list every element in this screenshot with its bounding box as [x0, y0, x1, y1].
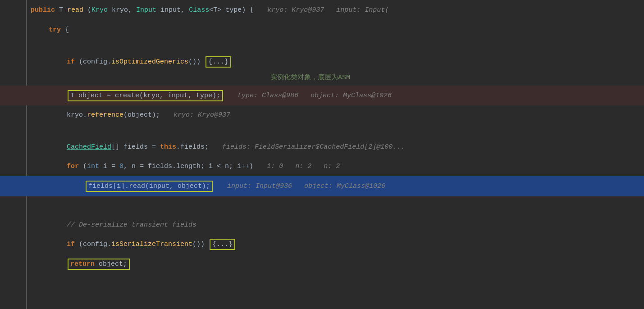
code-text: ( [83, 6, 91, 14]
code-text: (config. [75, 58, 111, 66]
number-0: 0 [119, 163, 123, 170]
debug-hint-9: fields: FieldSerializer$CachedField[2]@1… [222, 143, 405, 151]
code-line-annotation: 实例化类对象，底层为ASM [0, 71, 644, 86]
code-line-6: T object = create(kryo, input, type); ty… [0, 86, 644, 105]
method-isoptimized: isOptimizedGenerics [111, 58, 188, 66]
box-isserialize: {...} [210, 239, 235, 250]
code-line-9: CachedField [] fields = this .fields; fi… [0, 137, 644, 157]
code-text: , n = fields.length; i < n; i++) [123, 163, 253, 170]
keyword-for: for [67, 163, 79, 170]
code-line-1: public T read ( Kryo kryo, Input input, … [0, 0, 644, 20]
debug-hint-11: input: Input@936 object: MyClass@1026 [227, 182, 385, 190]
code-text: ( [79, 163, 87, 170]
code-text: ()) [188, 58, 205, 66]
code-text: { [61, 26, 69, 34]
box-create: T object = create(kryo, input, type); [68, 90, 223, 101]
code-text: .fields; [176, 143, 209, 151]
keyword-public: public [31, 6, 55, 14]
code-text: <T> type) { [209, 6, 254, 14]
code-line-spacer1 [0, 40, 644, 52]
code-text: (config. [75, 241, 111, 248]
box-return: return object; [68, 259, 130, 270]
keyword-try: try [49, 26, 61, 34]
method-read: read [67, 6, 83, 14]
code-text: [] fields = [111, 143, 160, 151]
code-line-11: fields[i].read(input, object); input: In… [0, 176, 644, 196]
keyword-this: this [160, 143, 176, 151]
keyword-if2: if [67, 241, 75, 248]
code-editor: public T read ( Kryo kryo, Input input, … [0, 0, 644, 309]
code-text: kryo, [108, 6, 136, 14]
code-line-15: if (config. isSerializeTransient ()) {..… [0, 234, 644, 254]
code-text: i = [99, 163, 119, 170]
type-input: Input [136, 6, 156, 14]
comment-deserialize: // De-serialize transient fields [67, 221, 196, 229]
keyword-if: if [67, 58, 75, 66]
code-line-spacer3 [0, 196, 644, 209]
code-line-7: kryo. reference (object); kryo: Kryo@937 [0, 105, 644, 124]
code-text: kryo. [67, 111, 87, 119]
keyword-int: int [87, 163, 99, 170]
method-isserialize: isSerializeTransient [111, 241, 192, 248]
code-text: T [55, 6, 67, 14]
debug-hint-1: kryo: Kryo@937 input: Input( [267, 6, 389, 14]
box-isoptimized: {...} [206, 56, 231, 68]
annotation-chinese: 实例化类对象，底层为ASM [270, 73, 350, 82]
debug-hint-6: type: Class@986 object: MyClass@1026 [238, 92, 392, 100]
method-reference: reference [87, 111, 123, 119]
type-kryo: Kryo [91, 6, 108, 14]
code-line-2: try { [0, 20, 644, 40]
code-text: (object); [123, 111, 160, 119]
code-line-10: for ( int i = 0 , n = fields.length; i <… [0, 157, 644, 176]
box-fields-read: fields[i].read(input, object); [86, 181, 213, 192]
code-line-14: // De-serialize transient fields [0, 215, 644, 234]
type-class: Class [189, 6, 209, 14]
type-cachedfield: CachedField [67, 143, 111, 151]
code-line-spacer2 [0, 124, 644, 137]
code-line-16: return object; [0, 254, 644, 274]
debug-hint-10: i: 0 n: 2 n: 2 [267, 163, 340, 170]
debug-hint-7: kryo: Kryo@937 [174, 111, 230, 119]
code-text: object; [99, 260, 127, 268]
code-text: ()) [192, 241, 209, 248]
code-line-4: if (config. isOptimizedGenerics ()) {...… [0, 52, 644, 71]
code-line-spacer4 [0, 209, 644, 215]
keyword-return: return [70, 260, 95, 268]
code-text: input, [156, 6, 189, 14]
